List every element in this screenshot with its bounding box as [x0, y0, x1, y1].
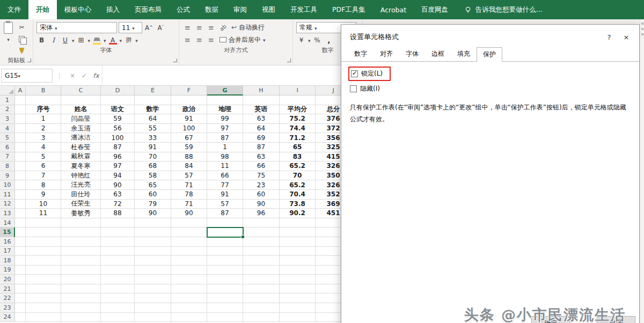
- cell-H20[interactable]: [243, 275, 280, 284]
- percent-style-button[interactable]: [312, 35, 323, 45]
- clipboard-dialog-launcher-icon[interactable]: [27, 58, 31, 62]
- cell-E7[interactable]: 70: [135, 152, 171, 162]
- cell-F2[interactable]: 政治: [171, 105, 207, 115]
- phonetic-button[interactable]: [123, 35, 134, 45]
- cell-B24[interactable]: [26, 313, 61, 322]
- cell-H16[interactable]: [243, 237, 280, 247]
- cell-B9[interactable]: 7: [26, 171, 61, 181]
- cell-C9[interactable]: 钟艳红: [61, 171, 101, 181]
- cell-D23[interactable]: [101, 303, 135, 313]
- cell-F17[interactable]: [171, 247, 207, 256]
- cell-B5[interactable]: 3: [26, 133, 61, 143]
- cell-F21[interactable]: [171, 284, 207, 294]
- cell-F16[interactable]: [171, 237, 207, 247]
- cell-F3[interactable]: 91: [171, 114, 207, 124]
- middle-align-button[interactable]: [194, 23, 204, 33]
- cell-C8[interactable]: 夏冬寒: [61, 162, 101, 171]
- bottom-align-button[interactable]: [206, 23, 216, 33]
- row-header-7[interactable]: 7: [0, 152, 15, 162]
- cell-E3[interactable]: 64: [135, 114, 171, 124]
- ribbon-tab-视图[interactable]: 视图: [254, 0, 283, 19]
- cell-E21[interactable]: [135, 284, 171, 294]
- cell-D7[interactable]: 96: [101, 152, 135, 162]
- insert-function-icon[interactable]: fx: [90, 72, 102, 79]
- cell-C5[interactable]: 潘冰洁: [61, 133, 101, 143]
- cell-E20[interactable]: [135, 275, 171, 284]
- cell-H5[interactable]: 69: [243, 133, 280, 143]
- cell-G6[interactable]: 1: [207, 143, 243, 152]
- ribbon-tab-Acrobat[interactable]: Acrobat: [373, 0, 414, 19]
- cell-G1[interactable]: [207, 96, 243, 105]
- row-header-10[interactable]: 10: [0, 180, 15, 190]
- cell-H10[interactable]: 23: [243, 180, 280, 190]
- row-header-24[interactable]: 24: [0, 313, 15, 322]
- row-header-12[interactable]: 12: [0, 200, 15, 209]
- row-header-8[interactable]: 8: [0, 162, 15, 171]
- cell-B16[interactable]: [26, 237, 61, 247]
- cell-B17[interactable]: [26, 247, 61, 256]
- row-header-17[interactable]: 17: [0, 247, 15, 256]
- cell-H6[interactable]: 87: [243, 143, 280, 152]
- row-header-4[interactable]: 4: [0, 124, 15, 134]
- cell-A24[interactable]: [15, 313, 26, 322]
- cell-G18[interactable]: [207, 256, 243, 266]
- row-header-13[interactable]: 13: [0, 209, 15, 218]
- cell-D22[interactable]: [101, 293, 135, 303]
- cell-G11[interactable]: 91: [207, 190, 243, 200]
- cell-A22[interactable]: [15, 293, 26, 303]
- row-header-3[interactable]: 3: [0, 114, 15, 124]
- dialog-help-button[interactable]: ?: [601, 31, 618, 43]
- cell-C3[interactable]: 闫晶莹: [61, 114, 101, 124]
- cell-I21[interactable]: [280, 284, 316, 294]
- cell-D4[interactable]: 56: [101, 124, 135, 134]
- accounting-dropdown-icon[interactable]: [308, 36, 311, 44]
- cell-A15[interactable]: [15, 227, 26, 237]
- cell-H14[interactable]: [243, 218, 280, 228]
- lock-checkbox-row[interactable]: 锁定(L): [348, 67, 391, 81]
- cell-C2[interactable]: 姓名: [61, 105, 101, 115]
- row-header-1[interactable]: 1: [0, 96, 15, 105]
- row-header-23[interactable]: 23: [0, 303, 15, 313]
- ribbon-tab-文件[interactable]: 文件: [0, 0, 28, 19]
- paste-dropdown-icon[interactable]: [7, 35, 10, 43]
- cell-G12[interactable]: 57: [207, 200, 243, 209]
- cell-B15[interactable]: [26, 227, 61, 237]
- borders-button[interactable]: [76, 35, 86, 45]
- cell-D6[interactable]: 87: [101, 143, 135, 152]
- cell-I2[interactable]: 平均分: [280, 105, 316, 115]
- cell-H22[interactable]: [243, 293, 280, 303]
- cell-G7[interactable]: 98: [207, 152, 243, 162]
- cell-F14[interactable]: [171, 218, 207, 228]
- cell-I14[interactable]: [280, 218, 316, 228]
- column-header-B[interactable]: B: [26, 86, 61, 96]
- dialog-tab-对齐[interactable]: 对齐: [374, 47, 399, 61]
- cell-F5[interactable]: 67: [171, 133, 207, 143]
- cell-D21[interactable]: [101, 284, 135, 294]
- cell-H19[interactable]: [243, 266, 280, 275]
- row-header-14[interactable]: 14: [0, 218, 15, 228]
- cell-C18[interactable]: [61, 256, 101, 266]
- cell-E22[interactable]: [135, 293, 171, 303]
- cell-D13[interactable]: 88: [101, 209, 135, 218]
- cell-E14[interactable]: [135, 218, 171, 228]
- cell-E23[interactable]: [135, 303, 171, 313]
- comma-style-button[interactable]: [324, 35, 334, 45]
- cell-E11[interactable]: 60: [135, 190, 171, 200]
- cell-H11[interactable]: 60: [243, 190, 280, 200]
- cell-F4[interactable]: 100: [171, 124, 207, 134]
- cell-D14[interactable]: [101, 218, 135, 228]
- font-name-combo[interactable]: 宋体: [36, 22, 117, 33]
- cell-E10[interactable]: 65: [135, 180, 171, 190]
- cell-D11[interactable]: 63: [101, 190, 135, 200]
- cell-G14[interactable]: [207, 218, 243, 228]
- cell-B4[interactable]: 2: [26, 124, 61, 134]
- cell-A6[interactable]: [15, 143, 26, 152]
- cell-G16[interactable]: [207, 237, 243, 247]
- cell-I13[interactable]: 90.2: [280, 209, 316, 218]
- cell-I16[interactable]: [280, 237, 316, 247]
- cell-C11[interactable]: 田仕玲: [61, 190, 101, 200]
- format-painter-button[interactable]: [17, 46, 27, 56]
- cell-D24[interactable]: [101, 313, 135, 322]
- name-box-splitter[interactable]: [53, 72, 67, 79]
- cell-C19[interactable]: [61, 266, 101, 275]
